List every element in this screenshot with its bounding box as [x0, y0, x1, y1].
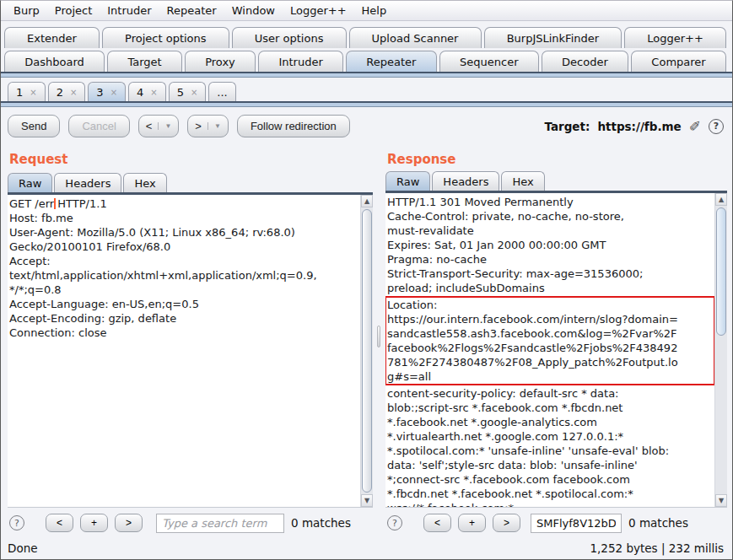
request-text-post: HTTP/1.1 Host: fb.me User-Agent: Mozilla… — [9, 197, 317, 339]
response-match-count: 0 matches — [628, 516, 688, 530]
search-next-button[interactable]: > — [115, 514, 143, 532]
repeater-tab-3[interactable]: 3 × — [88, 82, 126, 101]
burp-window: Burp Project Intruder Repeater Window Lo… — [0, 0, 733, 560]
menu-project[interactable]: Project — [47, 3, 100, 19]
location-highlight-box: Location: https://our.intern.facebook.co… — [385, 296, 714, 385]
menu-window[interactable]: Window — [224, 3, 283, 19]
response-location-header: Location: https://our.intern.facebook.co… — [387, 299, 678, 383]
message-panels: Request Raw Headers Hex GET /err HTTP/1.… — [1, 144, 732, 538]
back-button[interactable]: < ▼ — [138, 115, 180, 137]
menu-repeater[interactable]: Repeater — [159, 3, 224, 19]
search-prev-button[interactable]: < — [46, 514, 73, 532]
target-url: https://fb.me — [597, 120, 681, 133]
search-prev-button[interactable]: < — [423, 514, 451, 532]
repeater-item-tabs: 1 × 2 × 3 × 4 × 5 × ... — [1, 78, 732, 101]
request-panel: Request Raw Headers Hex GET /err HTTP/1.… — [8, 144, 373, 538]
panel-splitter[interactable] — [373, 144, 385, 538]
request-tab-raw[interactable]: Raw — [8, 173, 52, 192]
response-tab-headers[interactable]: Headers — [432, 171, 499, 191]
response-scroll-thumb[interactable] — [716, 207, 726, 336]
request-subtabs: Raw Headers Hex — [8, 171, 373, 192]
response-subtabs: Raw Headers Hex — [385, 171, 727, 191]
close-icon[interactable]: × — [191, 88, 197, 97]
tab-sequencer[interactable]: Sequencer — [439, 51, 539, 72]
response-panel: Response Raw Headers Hex HTTP/1.1 301 Mo… — [385, 144, 727, 538]
repeater-tab-more[interactable]: ... — [208, 82, 235, 101]
chevron-down-icon[interactable]: ▼ — [208, 122, 221, 130]
repeater-tab-label: 2 — [57, 86, 63, 99]
response-search-input[interactable] — [531, 514, 622, 533]
repeater-tab-1[interactable]: 1 × — [8, 82, 46, 101]
search-help-icon[interactable]: ? — [9, 515, 24, 530]
close-icon[interactable]: × — [110, 88, 117, 97]
tab-intruder[interactable]: Intruder — [258, 51, 343, 72]
tab-repeater[interactable]: Repeater — [346, 51, 437, 72]
search-add-button[interactable]: + — [80, 514, 108, 532]
response-text-bottom: content-security-policy: default-src * d… — [387, 387, 669, 507]
scroll-down-icon[interactable]: ▼ — [361, 494, 373, 507]
response-text[interactable]: HTTP/1.1 301 Moved Permanently Cache-Con… — [385, 193, 714, 507]
request-match-count: 0 matches — [291, 516, 351, 530]
request-scroll-track[interactable] — [361, 207, 373, 494]
cancel-button[interactable]: Cancel — [68, 115, 129, 137]
repeater-tab-label: ... — [217, 86, 227, 99]
splitter-handle[interactable] — [377, 326, 380, 347]
repeater-tab-label: 3 — [96, 86, 103, 99]
response-tab-hex[interactable]: Hex — [501, 171, 544, 191]
tab-burpjslinkfinder[interactable]: BurpJSLinkFinder — [484, 27, 623, 48]
menu-burp[interactable]: Burp — [6, 3, 47, 19]
repeater-tab-label: 1 — [16, 86, 23, 99]
tab-comparer[interactable]: Comparer — [631, 51, 726, 72]
forward-button[interactable]: > ▼ — [187, 115, 229, 137]
follow-redirection-button[interactable]: Follow redirection — [237, 115, 350, 137]
request-search-input[interactable] — [156, 514, 284, 533]
menu-help[interactable]: Help — [354, 3, 395, 19]
request-tab-headers[interactable]: Headers — [54, 173, 121, 192]
response-editor: HTTP/1.1 301 Moved Permanently Cache-Con… — [385, 193, 727, 508]
back-label: < — [146, 120, 153, 132]
repeater-tab-2[interactable]: 2 × — [48, 82, 86, 101]
close-icon[interactable]: × — [150, 88, 157, 97]
tab-user-options[interactable]: User options — [232, 27, 347, 48]
tab-loggerpp[interactable]: Logger++ — [624, 27, 726, 48]
tab-target[interactable]: Target — [107, 51, 182, 72]
edit-pencil-icon[interactable]: ✐ — [689, 118, 701, 135]
help-icon[interactable]: ? — [709, 119, 724, 134]
tool-tabs-row1: Extender Project options User options Up… — [1, 24, 732, 48]
repeater-toolbar: Send Cancel < ▼ > ▼ Follow redirection T… — [1, 107, 732, 144]
tab-upload-scanner[interactable]: Upload Scanner — [349, 27, 482, 48]
tab-decoder[interactable]: Decoder — [542, 51, 628, 72]
menu-intruder[interactable]: Intruder — [100, 3, 159, 19]
repeater-tab-5[interactable]: 5 × — [169, 82, 207, 101]
menu-loggerpp[interactable]: Logger++ — [283, 3, 354, 19]
response-scroll-track[interactable] — [715, 206, 727, 494]
scroll-up-icon[interactable]: ▲ — [361, 195, 373, 207]
request-scroll-thumb[interactable] — [362, 209, 372, 493]
tab-project-options[interactable]: Project options — [102, 27, 229, 48]
repeater-tab-label: 5 — [177, 86, 184, 99]
scroll-down-icon[interactable]: ▼ — [715, 494, 727, 507]
repeater-tab-4[interactable]: 4 × — [128, 82, 166, 101]
scroll-up-icon[interactable]: ▲ — [715, 193, 727, 206]
tab-extender[interactable]: Extender — [4, 27, 100, 48]
close-icon[interactable]: × — [30, 88, 36, 97]
tool-tabs-row2: Dashboard Target Proxy Intruder Repeater… — [1, 48, 732, 72]
close-icon[interactable]: × — [70, 88, 77, 97]
request-tab-hex[interactable]: Hex — [123, 173, 166, 192]
repeater-tabs-divider — [1, 101, 732, 107]
search-help-icon[interactable]: ? — [387, 515, 402, 530]
tool-tabs: Extender Project options User options Up… — [1, 21, 732, 107]
tab-proxy[interactable]: Proxy — [185, 51, 256, 72]
request-search-bar: ? < + > 0 matches — [8, 508, 373, 538]
request-text[interactable]: GET /err HTTP/1.1 Host: fb.me User-Agent… — [8, 195, 360, 507]
repeater-tab-label: 4 — [137, 86, 143, 99]
request-scrollbar: ▲ ▼ — [360, 195, 373, 507]
search-add-button[interactable]: + — [458, 514, 486, 532]
search-next-button[interactable]: > — [493, 514, 520, 532]
send-button[interactable]: Send — [8, 115, 60, 137]
request-title: Request — [8, 144, 373, 171]
chevron-down-icon[interactable]: ▼ — [158, 122, 171, 130]
response-tab-raw[interactable]: Raw — [385, 171, 430, 191]
tab-dashboard[interactable]: Dashboard — [4, 51, 105, 72]
status-text: Done — [8, 541, 38, 555]
